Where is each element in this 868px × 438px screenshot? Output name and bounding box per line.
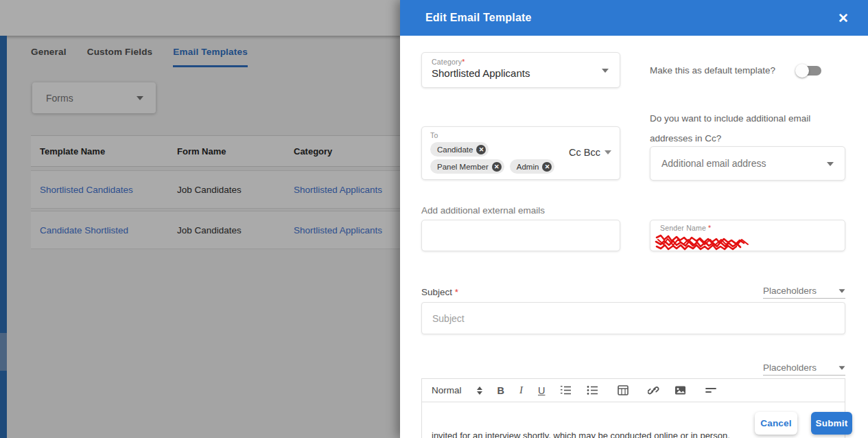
category-label: Category* [432, 58, 610, 66]
toggle-thumb [795, 64, 809, 78]
subject-input[interactable] [421, 302, 845, 334]
underline-icon[interactable]: U [538, 385, 545, 396]
close-icon[interactable]: ✕ [838, 12, 849, 25]
table-icon[interactable] [618, 385, 629, 395]
chip-row: Panel Member ✕ Admin ✕ [430, 159, 611, 174]
to-label: To [430, 131, 611, 139]
chevron-down-icon [839, 366, 845, 369]
required-asterisk: * [708, 224, 711, 232]
edit-email-template-modal: Edit Email Template ✕ Category* Shortlis… [400, 0, 868, 438]
link-icon[interactable] [648, 385, 659, 395]
editor-partial-text: invited for an interview shortly, which … [432, 430, 730, 438]
subject-label: Subject * [421, 287, 458, 297]
updown-caret-icon [477, 387, 482, 395]
chip-remove-icon[interactable]: ✕ [476, 145, 486, 154]
ccbcc-label: Cc Bcc [569, 147, 600, 158]
chevron-down-icon [827, 162, 834, 166]
format-label: Normal [432, 385, 462, 395]
additional-email-placeholder: Additional email address [661, 158, 766, 169]
category-select[interactable]: Category* Shortlisted Applicants [421, 52, 620, 88]
image-icon[interactable] [675, 385, 686, 395]
editor-toolbar: Normal B I U [422, 379, 845, 402]
chip-candidate: Candidate ✕ [430, 142, 489, 157]
external-emails-label: Add additional external emails [421, 205, 545, 216]
italic-icon[interactable]: I [519, 384, 523, 396]
bold-icon[interactable]: B [497, 385, 504, 396]
cc-question-text: Do you want to include additional email … [650, 108, 842, 148]
to-field[interactable]: To Candidate ✕ Panel Member ✕ Admin ✕ Cc… [421, 126, 620, 180]
app-root: General Custom Fields Email Templates Fo… [0, 0, 868, 438]
sender-name-label: Sender Name * [660, 224, 835, 232]
placeholders-dropdown-subject[interactable]: Placeholders [763, 284, 845, 299]
chip-label: Panel Member [437, 163, 489, 171]
chip-label: Admin [517, 163, 539, 171]
modal-header: Edit Email Template ✕ [400, 0, 868, 36]
submit-button[interactable]: Submit [811, 412, 852, 435]
cancel-button[interactable]: Cancel [755, 412, 797, 435]
sender-name-field[interactable]: Sender Name * [650, 220, 845, 251]
redacted-sender-name [655, 233, 770, 251]
format-dropdown[interactable]: Normal [432, 385, 482, 395]
chip-label: Candidate [437, 146, 473, 154]
default-template-label: Make this as default template? [650, 65, 775, 76]
chevron-down-icon [839, 289, 845, 292]
chip-remove-icon[interactable]: ✕ [492, 162, 502, 172]
chip-panel-member: Panel Member ✕ [430, 159, 504, 174]
placeholders-label: Placeholders [763, 286, 817, 296]
chevron-down-icon [602, 69, 609, 73]
placeholders-label: Placeholders [763, 362, 817, 373]
modal-title: Edit Email Template [425, 12, 532, 24]
required-asterisk: * [462, 58, 465, 66]
external-emails-input[interactable] [421, 220, 620, 251]
chip-admin: Admin ✕ [510, 159, 555, 174]
bullet-list-icon[interactable] [587, 385, 598, 395]
category-value: Shortlisted Applicants [432, 67, 610, 79]
default-template-toggle[interactable] [795, 64, 821, 78]
additional-email-select[interactable]: Additional email address [650, 146, 845, 181]
align-icon[interactable] [705, 386, 716, 395]
ccbcc-dropdown[interactable]: Cc Bcc [569, 147, 611, 158]
chip-remove-icon[interactable]: ✕ [542, 162, 552, 172]
placeholders-dropdown-body[interactable]: Placeholders [763, 360, 845, 376]
required-asterisk: * [455, 287, 458, 297]
ordered-list-icon[interactable] [560, 385, 572, 395]
chevron-down-icon [605, 150, 611, 154]
